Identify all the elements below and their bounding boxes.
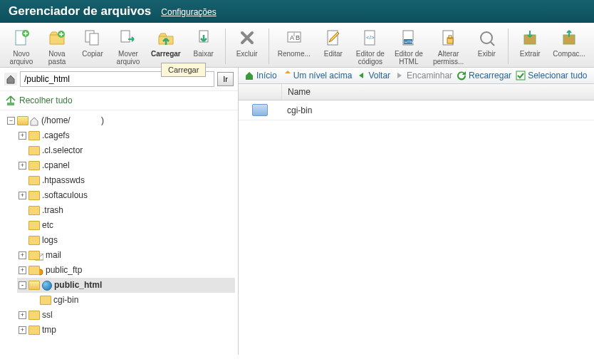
tool-edit[interactable]: Editar	[316, 26, 350, 67]
col-name[interactable]: Name	[281, 84, 594, 100]
tool-folder-plus[interactable]: Nova pasta	[40, 26, 74, 67]
tree-node-etc[interactable]: etc	[17, 218, 235, 233]
upload-tooltip: Carregar	[161, 63, 206, 77]
crumb-3[interactable]: Encaminhar	[395, 71, 452, 80]
tool-upload[interactable]: Carregar	[147, 26, 185, 67]
crumb-label: Voltar	[368, 71, 390, 80]
crumb-2[interactable]: Voltar	[356, 71, 390, 80]
move-icon	[118, 27, 139, 48]
collapse-label: Recolher tudo	[19, 95, 73, 105]
crumb-icon	[395, 71, 405, 80]
tree-label: etc	[42, 218, 53, 233]
expander-icon[interactable]: +	[19, 251, 26, 259]
folder-icon	[28, 251, 40, 260]
tree-label: cgi-bin	[53, 293, 78, 308]
view-icon	[476, 27, 497, 48]
tool-label: Mover arquivo	[117, 50, 140, 66]
tool-rename[interactable]: A BIRenome...	[273, 26, 315, 67]
tree-node-logs[interactable]: logs	[17, 233, 235, 248]
settings-link[interactable]: Configurações	[161, 7, 216, 17]
svg-rect-24	[516, 71, 525, 80]
expander-icon[interactable]: +	[19, 266, 26, 274]
expander-spacer	[19, 147, 26, 155]
expander-icon[interactable]: +	[19, 132, 26, 140]
tree-node-ssl[interactable]: + ssl	[17, 308, 235, 323]
tool-compress[interactable]: Compac...	[548, 26, 590, 67]
tool-delete[interactable]: Excluir	[230, 26, 264, 67]
tree-node-.cagefs[interactable]: + .cagefs	[17, 128, 235, 143]
tree-label: mail	[46, 248, 61, 263]
tree-node-.htpasswds[interactable]: .htpasswds	[17, 173, 235, 188]
tree-node-tmp[interactable]: + tmp	[17, 323, 235, 338]
delete-icon	[236, 27, 258, 48]
tree-node-cgi-bin[interactable]: cgi-bin	[28, 293, 235, 308]
expander-spacer	[19, 177, 26, 184]
svg-point-19	[481, 32, 492, 43]
tree-node-.trash[interactable]: .trash	[17, 203, 235, 218]
tool-label: Novo arquivo	[10, 50, 33, 66]
folder-plus-icon	[46, 27, 68, 48]
tool-permissions[interactable]: Alterar permiss...	[429, 26, 468, 67]
tree-label: tmp	[42, 323, 56, 338]
tool-file-plus[interactable]: Novo arquivo	[4, 26, 38, 67]
go-button[interactable]: Ir	[217, 72, 234, 86]
folder-tree: − (/home/ )+ .cagefs .cl.selector+ .cpan…	[0, 110, 238, 355]
crumb-label: Encaminhar	[407, 71, 452, 80]
tool-label: Editor de HTML	[395, 50, 423, 66]
tree-label: .trash	[42, 203, 63, 218]
home-icon[interactable]	[4, 73, 17, 85]
permissions-icon	[438, 27, 459, 48]
folder-icon	[28, 221, 40, 230]
home-icon	[29, 116, 39, 126]
expander-icon[interactable]: -	[19, 281, 26, 289]
tool-copy[interactable]: Copiar	[75, 26, 110, 67]
folder-icon	[28, 131, 40, 140]
tool-label: Editar	[324, 50, 343, 58]
folder-icon	[28, 191, 40, 200]
tool-view[interactable]: Exibir	[469, 26, 504, 67]
tool-move[interactable]: Mover arquivo	[111, 26, 145, 67]
crumb-label: Um nível acima	[293, 71, 353, 80]
crumb-label: Início	[256, 71, 277, 80]
tool-label: Baixar	[194, 50, 214, 58]
tree-label: logs	[42, 233, 58, 248]
crumb-0[interactable]: Início	[244, 71, 277, 80]
collapse-all[interactable]: Recolher tudo	[0, 91, 238, 110]
svg-rect-4	[90, 33, 98, 45]
tree-node-.softaculous[interactable]: + .softaculous	[17, 188, 235, 203]
tree-root[interactable]: − (/home/ )	[6, 113, 235, 128]
file-row[interactable]: cgi-bin	[239, 100, 594, 120]
folder-icon	[28, 266, 40, 275]
tool-extract[interactable]: Extrair	[513, 26, 547, 67]
crumb-4[interactable]: Recarregar	[457, 71, 511, 80]
folder-icon	[28, 146, 40, 155]
expander-spacer	[19, 207, 26, 214]
expander-icon[interactable]: +	[19, 326, 26, 334]
expander-icon[interactable]: +	[19, 311, 26, 319]
tool-code-editor[interactable]: </>Editor de códigos	[352, 26, 389, 67]
header: Gerenciador de arquivos Configurações	[0, 0, 594, 23]
tool-download[interactable]: Baixar	[187, 26, 221, 67]
tool-html-editor[interactable]: HTMLEditor de HTML	[390, 26, 427, 67]
tree-node-mail[interactable]: + mail	[17, 248, 235, 263]
file-plus-icon	[11, 27, 32, 48]
code-editor-icon: </>	[360, 27, 381, 48]
svg-text:A B: A B	[290, 34, 300, 41]
rename-icon: A BI	[283, 27, 305, 48]
tree-label: public_html	[54, 278, 102, 293]
crumb-1[interactable]: Um nível acima	[281, 71, 353, 80]
expander-icon[interactable]: −	[7, 117, 15, 125]
crumb-5[interactable]: Selecionar tudo	[516, 71, 587, 80]
tree-node-.cl.selector[interactable]: .cl.selector	[17, 143, 235, 158]
tree-node-.cpanel[interactable]: + .cpanel	[17, 158, 235, 173]
crumb-icon	[457, 71, 467, 80]
expander-icon[interactable]: +	[19, 192, 26, 199]
tool-label: Editor de códigos	[356, 50, 385, 66]
folder-icon	[28, 281, 40, 290]
tree-node-public_ftp[interactable]: + public_ftp	[17, 263, 235, 278]
tree-label: .htpasswds	[42, 173, 85, 188]
tree-node-public_html[interactable]: - public_html	[17, 278, 235, 293]
expander-icon[interactable]: +	[19, 162, 26, 170]
svg-text:HTML: HTML	[405, 40, 417, 44]
tool-label: Alterar permiss...	[433, 50, 464, 66]
